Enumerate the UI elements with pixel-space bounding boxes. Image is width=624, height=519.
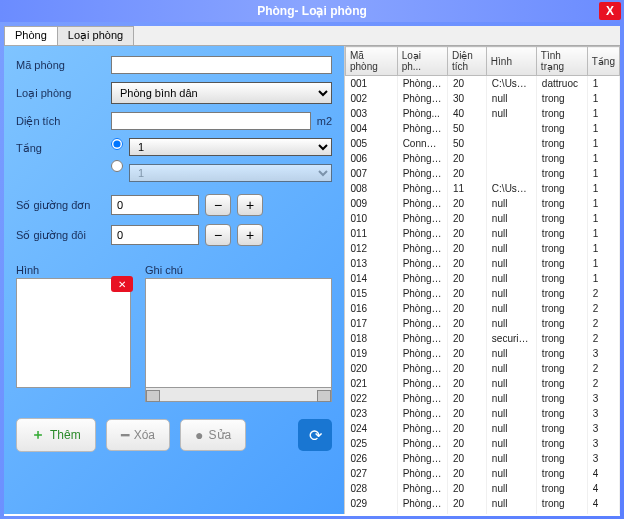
tab-loai-phong[interactable]: Loại phòng [57, 26, 134, 45]
table-cell: 11 [447, 181, 486, 196]
table-row[interactable]: 024Phòng b...20nulltrong3 [346, 421, 620, 436]
refresh-button[interactable]: ⟳ [298, 419, 332, 451]
table-cell: 3 [587, 391, 619, 406]
table-row[interactable]: 019Phòng b...20nulltrong3 [346, 346, 620, 361]
refresh-icon: ⟳ [309, 426, 322, 445]
table-cell: 1 [587, 271, 619, 286]
giuong-don-minus[interactable]: − [205, 194, 231, 216]
table-row[interactable]: 029Phòng b...20nulltrong4 [346, 496, 620, 511]
table-row[interactable]: 030Phòng b...20nulltrong4 [346, 511, 620, 514]
tab-phong[interactable]: Phòng [4, 26, 58, 45]
table-row[interactable]: 022Phòng b...20nulltrong3 [346, 391, 620, 406]
giuong-doi-minus[interactable]: − [205, 224, 231, 246]
table-cell: trong [536, 331, 587, 346]
table-row[interactable]: 002Phòng S...30nulltrong1 [346, 91, 620, 106]
table-cell: trong [536, 496, 587, 511]
table-row[interactable]: 008Phòng b...11C:\User...trong1 [346, 181, 620, 196]
giuong-doi-plus[interactable]: + [237, 224, 263, 246]
table-cell: trong [536, 226, 587, 241]
radio-tang-2[interactable] [111, 160, 123, 172]
table-cell: 20 [447, 286, 486, 301]
edit-button-label: Sửa [209, 428, 232, 442]
table-cell: trong [536, 421, 587, 436]
textarea-ghi-chu[interactable] [145, 278, 332, 388]
table-cell: null [486, 436, 536, 451]
table-row[interactable]: 014Phòng b...20nulltrong1 [346, 271, 620, 286]
data-table[interactable]: Mã phòngLoại ph...Diện tíchHìnhTình trạn… [345, 46, 620, 514]
table-row[interactable]: 028Phòng b...20nulltrong4 [346, 481, 620, 496]
input-giuong-doi[interactable] [111, 225, 199, 245]
column-header[interactable]: Diện tích [447, 47, 486, 76]
table-cell: Phòng b... [397, 226, 447, 241]
table-cell: Phòng b... [397, 421, 447, 436]
table-row[interactable]: 001Phòng b...20C:\User...dattruoc1 [346, 76, 620, 92]
select-loai-phong[interactable]: Phòng bình dân [111, 82, 332, 104]
giuong-don-plus[interactable]: + [237, 194, 263, 216]
table-row[interactable]: 007Phòng b...20trong1 [346, 166, 620, 181]
table-row[interactable]: 012Phòng b...20nulltrong1 [346, 241, 620, 256]
table-row[interactable]: 009Phòng b...20nulltrong1 [346, 196, 620, 211]
table-cell: 003 [346, 106, 398, 121]
table-row[interactable]: 005Connect...50trong1 [346, 136, 620, 151]
table-row[interactable]: 025Phòng b...20nulltrong3 [346, 436, 620, 451]
label-ma-phong: Mã phòng [16, 59, 111, 71]
table-cell: Phòng S... [397, 121, 447, 136]
table-row[interactable]: 010Phòng b...20nulltrong1 [346, 211, 620, 226]
add-button-label: Thêm [50, 428, 81, 442]
radio-tang-1[interactable] [111, 138, 123, 150]
table-cell: trong [536, 436, 587, 451]
table-row[interactable]: 018Phòng b...20security...trong2 [346, 331, 620, 346]
table-cell: 024 [346, 421, 398, 436]
input-giuong-don[interactable] [111, 195, 199, 215]
table-cell: null [486, 376, 536, 391]
table-cell: trong [536, 286, 587, 301]
table-row[interactable]: 011Phòng b...20nulltrong1 [346, 226, 620, 241]
table-cell: null [486, 196, 536, 211]
table-cell: 20 [447, 511, 486, 514]
delete-button[interactable]: ━ Xóa [106, 419, 170, 451]
tab-bar: Phòng Loại phòng [4, 26, 620, 46]
input-ma-phong[interactable] [111, 56, 332, 74]
table-cell: Phòng b... [397, 286, 447, 301]
add-button[interactable]: ＋ Thêm [16, 418, 96, 452]
column-header[interactable]: Loại ph... [397, 47, 447, 76]
select-tang-1[interactable]: 1 [129, 138, 332, 156]
table-cell: 4 [587, 496, 619, 511]
table-row[interactable]: 023Phòng b...20nulltrong3 [346, 406, 620, 421]
table-row[interactable]: 004Phòng S...50trong1 [346, 121, 620, 136]
table-row[interactable]: 021Phòng b...20nulltrong2 [346, 376, 620, 391]
table-cell: null [486, 301, 536, 316]
image-preview[interactable] [16, 278, 131, 388]
table-cell: null [486, 406, 536, 421]
table-cell: 20 [447, 331, 486, 346]
close-button[interactable]: X [599, 2, 621, 20]
table-cell: 1 [587, 256, 619, 271]
table-cell: 025 [346, 436, 398, 451]
column-header[interactable]: Hình [486, 47, 536, 76]
table-row[interactable]: 016Phòng b...20nulltrong2 [346, 301, 620, 316]
image-clear-button[interactable]: ✕ [111, 276, 133, 292]
table-row[interactable]: 020Phòng b...20nulltrong2 [346, 361, 620, 376]
table-row[interactable]: 003Phòng...40nulltrong1 [346, 106, 620, 121]
table-cell: null [486, 106, 536, 121]
table-row[interactable]: 017Phòng b...20nulltrong2 [346, 316, 620, 331]
ghi-chu-scrollbar[interactable] [145, 388, 332, 402]
input-dien-tich[interactable] [111, 112, 311, 130]
column-header[interactable]: Mã phòng [346, 47, 398, 76]
table-cell: C:\User... [486, 76, 536, 92]
column-header[interactable]: Tầng [587, 47, 619, 76]
column-header[interactable]: Tình trạng [536, 47, 587, 76]
table-row[interactable]: 015Phòng b...20nulltrong2 [346, 286, 620, 301]
edit-button[interactable]: ● Sửa [180, 419, 246, 451]
table-row[interactable]: 027Phòng b...20nulltrong4 [346, 466, 620, 481]
table-cell: Phòng... [397, 106, 447, 121]
table-row[interactable]: 026Phòng b...20nulltrong3 [346, 451, 620, 466]
table-row[interactable]: 013Phòng b...20nulltrong1 [346, 256, 620, 271]
table-row[interactable]: 006Phòng b...20trong1 [346, 151, 620, 166]
table-cell: null [486, 91, 536, 106]
table-cell [486, 121, 536, 136]
table-cell: 019 [346, 346, 398, 361]
table-cell: 007 [346, 166, 398, 181]
table-cell: 011 [346, 226, 398, 241]
label-hinh: Hình [16, 264, 131, 276]
